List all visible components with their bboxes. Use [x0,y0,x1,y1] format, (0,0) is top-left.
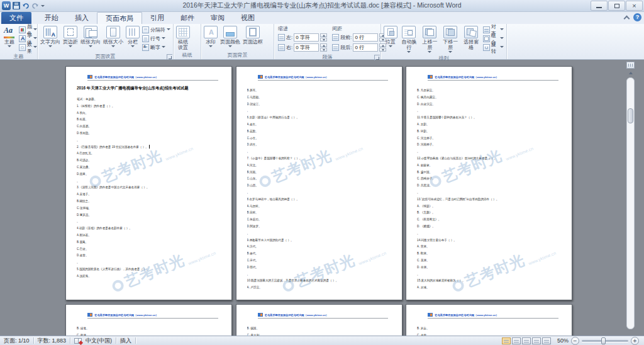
full-screen-reading-icon[interactable] [512,337,521,344]
text-line[interactable]: A.河北。 [247,162,391,169]
maximize-button[interactable] [608,1,625,11]
text-line[interactable]: A. 俞丽拿。 [417,162,561,169]
print-layout-icon[interactable] [502,337,511,344]
text-line[interactable]: D.明代。 [247,264,391,271]
text-line[interactable]: A. 《锦瑟》。 [417,203,561,210]
text-line[interactable]: 。 [417,271,561,278]
page-indicator[interactable]: 页面: 1/10 [4,337,30,345]
text-line[interactable]: 1.《长恨歌》的作者是（ ）。 [77,103,221,110]
ribbon-tab-7[interactable]: 审阅 [203,12,233,24]
document-page-3[interactable]: 艺考高手都在发掘你的艺考时光网（www.yktime.cn）B. 凡尔赛宫。C.… [406,66,572,300]
text-line[interactable]: C.莫泊桑。 [77,164,221,171]
text-line[interactable]: 。 [77,218,221,225]
text-line[interactable]: B.河南。 [247,169,391,176]
text-line[interactable]: 。 [77,259,221,266]
save-icon[interactable] [13,2,20,9]
text-line[interactable]: B.杜甫。 [77,116,221,123]
text-line[interactable]: 。 [77,137,221,144]
header-link[interactable]: 艺考高手都在发掘你的艺考时光网（www.yktime.cn） [435,314,498,317]
ribbon-tab-8[interactable]: 视图 [233,12,263,24]
spinner-down-icon[interactable] [320,38,327,42]
undo-icon[interactable] [22,2,30,9]
text-line[interactable]: B.花脸。 [247,128,391,135]
text-line[interactable]: B. 绿道。 [77,325,221,332]
selection-pane-button[interactable]: 选择窗格 [461,25,482,50]
text-line[interactable]: C. 美洲。 [417,257,561,264]
spinner-down-icon[interactable] [320,48,327,52]
text-line[interactable]: B.顾恺之。 [77,198,221,205]
text-line[interactable]: D.雨果。 [77,171,221,178]
proofing-status-icon[interactable] [74,338,82,344]
text-line[interactable]: A.冼星海。 [77,273,221,280]
redo-icon[interactable] [31,2,39,9]
text-line[interactable]: 8.在罗马神话中，地位最高的神是（ ）。 [247,196,391,203]
text-line[interactable]: D.董其昌。 [77,212,221,219]
text-line[interactable]: D. 河南梆子。 [417,142,561,149]
text-line[interactable]: D. 白金汉宫。 [417,101,561,108]
text-line[interactable]: 。 [247,189,391,196]
orientation-button[interactable]: 纸张方向 [79,25,102,49]
position-button[interactable]: 位置 [382,25,399,49]
text-line[interactable]: 10.既是法国最大的王宫建筑，又是世界上最著名的艺术殿堂的是（ ）。 [247,278,391,285]
text-line[interactable]: A. 京剧。 [417,122,561,128]
rotate-button[interactable]: 旋转 [482,43,504,52]
ribbon-tab-3[interactable]: 插入 [67,12,97,24]
header-link[interactable]: 艺考高手都在发掘你的艺考时光网（www.yktime.cn） [94,314,158,317]
zoom-slider[interactable] [582,340,628,342]
text-line[interactable]: 。 [417,189,561,196]
vertical-scrollbar[interactable] [626,62,635,334]
document-page-6[interactable]: 艺考高手都在发掘你的艺考时光网（www.yktime.cn）B. 茅盾。C. 老… [406,304,572,336]
zoom-level[interactable]: 50% [557,337,569,344]
text-line[interactable]: C.张择端。 [77,205,221,212]
text-line[interactable]: B.曹禺。 [77,239,221,246]
send-backward-button[interactable]: 下移一层 [440,25,461,55]
document-page-5[interactable]: 艺考高手都在发掘你的艺考时光网（www.yktime.cn）B. 德国。C. 意… [236,304,402,336]
text-line[interactable]: B. 《无题》。 [417,210,561,217]
text-line[interactable]: 。 [77,178,221,185]
text-line[interactable]: C. 《夜雨寄北》。 [417,217,561,223]
text-line[interactable]: 15.意大利的水城威尼斯被称为（ ）。 [417,278,561,285]
text-line[interactable]: A. 亚洲。 [417,244,561,251]
text-line[interactable]: A.巴尔扎克。 [77,150,221,157]
text-line[interactable]: B.聂耳。 [247,88,391,94]
text-line[interactable]: 。 [247,108,391,115]
text-line[interactable]: C. 河北梆子。 [417,135,561,142]
text-line[interactable]: 3.《清明上河图》的作者是中国古代北宋著名画家（ ）。 [77,184,221,191]
text-line[interactable]: A.汉代。 [247,244,391,251]
text-line[interactable]: 。 [417,108,561,115]
document-page-4[interactable]: 艺考高手都在发掘你的艺考时光网（www.yktime.cn）B. 绿道。C. 航… [65,304,232,336]
text-line[interactable]: A.李白。 [77,110,221,117]
text-line[interactable]: 。 [417,149,561,156]
text-line[interactable]: 14.玛雅文明主要分布于（ ）。 [417,237,561,244]
indent-left-input[interactable]: 0 字符 [294,33,319,42]
scrollbar-thumb[interactable] [628,108,633,123]
text-line[interactable]: C.山东。 [247,176,391,183]
text-line[interactable]: B. 盛中国。 [417,169,561,176]
ribbon-tab-4[interactable]: 页面布局 [97,12,142,24]
text-line[interactable]: D. 《嫦娥》。 [417,223,561,230]
text-line[interactable]: C.朱庇特。 [247,217,391,223]
text-line[interactable]: B. 评剧。 [417,128,561,135]
document-page-1[interactable]: 艺考高手都在发掘你的艺考时光网（www.yktime.cn）2016 年天津工业… [65,66,232,300]
header-link[interactable]: 艺考高手都在发掘你的艺考时光网（www.yktime.cn） [435,76,498,79]
text-line[interactable]: C. 西崎崇子。 [417,176,561,183]
text-line[interactable]: C. 枫丹白露宫。 [417,94,561,101]
text-line[interactable]: C.白居易。 [77,123,221,130]
text-line[interactable]: B.宙斯。 [247,210,391,217]
text-line[interactable]: 5.我国的国歌原名《义勇军进行曲》，其作曲者是（ ）。 [77,266,221,273]
text-line[interactable]: D.贺绿汀。 [247,101,391,108]
text-line[interactable]: 11.常香玉是我国哪个剧种的著名演员？（ ）。 [417,115,561,122]
ribbon-tab-6[interactable]: 邮件 [172,12,203,24]
text-line[interactable]: 。 [247,230,391,237]
ribbon-tab-2[interactable]: 开始 [36,12,67,24]
spacing-after-input[interactable]: 0 行 [353,43,378,52]
minimize-ribbon-icon[interactable] [624,14,630,20]
margins-button[interactable]: 页边距 [62,25,79,49]
text-line[interactable]: D.老舍。 [77,252,221,259]
scroll-up-icon[interactable] [626,70,635,76]
word-logo-icon[interactable]: W [2,1,11,10]
themes-button[interactable]: 主题 [1,25,18,49]
scrollbar-track[interactable] [626,77,635,329]
header-link[interactable]: 艺考高手都在发掘你的艺考时光网（www.yktime.cn） [94,76,158,79]
text-line[interactable]: C.马思聪。 [247,94,391,101]
